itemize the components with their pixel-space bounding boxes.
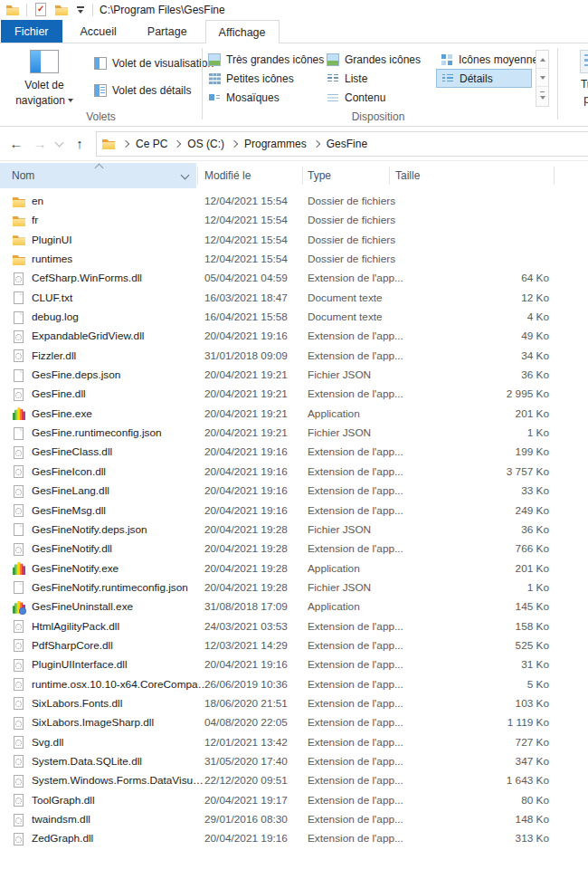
view-small-icons[interactable]: Petites icônes bbox=[204, 69, 299, 88]
column-divider[interactable] bbox=[389, 167, 390, 185]
file-row[interactable]: GesFine.runtimeconfig.json 20/04/2021 19… bbox=[0, 424, 588, 443]
column-divider[interactable] bbox=[302, 167, 303, 185]
file-row[interactable]: GesFineMsg.dll 20/04/2021 19:16 Extensio… bbox=[0, 502, 588, 521]
file-row[interactable]: ExpandableGridView.dll 20/04/2021 19:16 … bbox=[0, 327, 588, 346]
preview-pane-icon bbox=[94, 57, 107, 70]
file-row[interactable]: GesFine.dll 20/04/2021 19:21 Extension d… bbox=[0, 385, 588, 404]
file-row[interactable]: ZedGraph.dll 20/04/2021 19:16 Extension … bbox=[0, 829, 588, 848]
file-row[interactable]: PluginUI 12/04/2021 15:54 Dossier de fic… bbox=[0, 231, 588, 250]
file-row[interactable]: CLUF.txt 16/03/2021 18:47 Document texte… bbox=[0, 289, 588, 308]
customize-quick-access-icon[interactable] bbox=[75, 3, 86, 17]
file-size: 525 Ko bbox=[404, 636, 549, 655]
file-row[interactable]: GesFineNotify.exe 20/04/2021 19:28 Appli… bbox=[0, 559, 588, 578]
preview-pane-button[interactable]: Volet de visualisation bbox=[94, 54, 213, 72]
file-row[interactable]: Svg.dll 12/01/2021 13:42 Extension de l'… bbox=[0, 733, 588, 752]
file-row[interactable]: GesFineIcon.dll 20/04/2021 19:16 Extensi… bbox=[0, 463, 588, 482]
file-type: Extension de l'app... bbox=[308, 810, 403, 829]
view-tiles[interactable]: Mosaïques bbox=[204, 88, 284, 107]
file-row[interactable]: SixLabors.Fonts.dll 18/06/2020 21:51 Ext… bbox=[0, 694, 588, 713]
file-row[interactable]: debug.log 16/04/2021 15:58 Document text… bbox=[0, 308, 588, 327]
tab-accueil[interactable]: Accueil bbox=[68, 20, 129, 43]
file-name: GesFineUninstall.exe bbox=[32, 597, 209, 616]
back-button[interactable]: ← bbox=[4, 132, 29, 156]
tab-partage[interactable]: Partage bbox=[135, 20, 200, 43]
file-row[interactable]: Fizzler.dll 31/01/2018 09:09 Extension d… bbox=[0, 347, 588, 366]
new-folder-icon[interactable] bbox=[54, 3, 69, 17]
breadcrumb-chevron-icon[interactable] bbox=[312, 139, 319, 147]
file-row[interactable]: System.Windows.Forms.DataVisualizatio...… bbox=[0, 771, 588, 790]
breadcrumb-chevron-icon[interactable] bbox=[122, 139, 129, 147]
file-row[interactable]: PdfSharpCore.dll 12/03/2021 14:29 Extens… bbox=[0, 636, 588, 655]
folder-icon bbox=[12, 253, 26, 267]
tab-affichage[interactable]: Affichage bbox=[205, 20, 280, 43]
file-row[interactable]: GesFineNotify.dll 20/04/2021 19:28 Exten… bbox=[0, 540, 588, 559]
address-bar[interactable]: Ce PC OS (C:) Programmes GesFine bbox=[96, 131, 588, 157]
details-pane-button[interactable]: Volet des détails bbox=[94, 81, 191, 100]
column-header-nom[interactable]: Nom bbox=[0, 163, 196, 188]
gallery-scroll-up-button[interactable] bbox=[536, 51, 548, 69]
column-header-modifie-le[interactable]: Modifié le bbox=[204, 163, 251, 188]
file-size: 1 Ko bbox=[404, 424, 549, 443]
file-row[interactable]: GesFine.deps.json 20/04/2021 19:21 Fichi… bbox=[0, 366, 588, 385]
view-medium-icons[interactable]: Icônes moyennes bbox=[436, 50, 548, 69]
file-type: Extension de l'app... bbox=[308, 385, 403, 404]
file-row[interactable]: GesFineNotify.deps.json 20/04/2021 19:28… bbox=[0, 521, 588, 540]
view-large-icons[interactable]: Grandes icônes bbox=[322, 50, 425, 69]
app-icon bbox=[12, 561, 26, 576]
file-row[interactable]: GesFineNotify.runtimeconfig.json 20/04/2… bbox=[0, 578, 588, 597]
breadcrumb-chevron-icon[interactable] bbox=[174, 139, 181, 147]
file-row[interactable]: HtmlAgilityPack.dll 24/03/2021 03:53 Ext… bbox=[0, 617, 588, 636]
file-name: GesFineNotify.exe bbox=[32, 559, 209, 578]
file-row[interactable]: runtimes 12/04/2021 15:54 Dossier de fic… bbox=[0, 250, 588, 269]
column-divider[interactable] bbox=[197, 167, 198, 185]
column-header-type[interactable]: Type bbox=[308, 163, 331, 188]
view-list[interactable]: Liste bbox=[322, 69, 372, 88]
file-modified-date: 20/04/2021 19:16 bbox=[204, 482, 304, 501]
column-header-taille[interactable]: Taille bbox=[395, 163, 420, 188]
file-row[interactable]: GesFineLang.dll 20/04/2021 19:16 Extensi… bbox=[0, 482, 588, 501]
file-row[interactable]: ToolGraph.dll 20/04/2021 19:17 Extension… bbox=[0, 791, 588, 810]
breadcrumb-chevron-icon[interactable] bbox=[231, 139, 238, 147]
file-modified-date: 05/04/2021 04:59 bbox=[204, 269, 304, 288]
breadcrumb-os-c[interactable]: OS (C:) bbox=[187, 138, 224, 150]
view-content[interactable]: Contenu bbox=[322, 88, 390, 107]
file-name: GesFineNotify.deps.json bbox=[32, 521, 209, 540]
column-divider[interactable] bbox=[554, 167, 555, 185]
file-row[interactable]: PluginUIInterface.dll 20/04/2021 19:16 E… bbox=[0, 655, 588, 674]
app-icon bbox=[12, 406, 26, 421]
gallery-scroll-down-button[interactable] bbox=[536, 69, 548, 87]
file-modified-date: 04/08/2020 22:05 bbox=[204, 713, 304, 732]
file-type: Extension de l'app... bbox=[308, 829, 403, 848]
file-size: 2 995 Ko bbox=[404, 385, 549, 404]
recent-locations-button[interactable] bbox=[51, 132, 67, 156]
separator bbox=[26, 4, 27, 16]
file-modified-date: 20/04/2021 19:16 bbox=[204, 443, 304, 462]
file-row[interactable]: GesFineClass.dll 20/04/2021 19:16 Extens… bbox=[0, 443, 588, 462]
column-filter-chevron-icon[interactable] bbox=[181, 171, 190, 180]
file-type: Fichier JSON bbox=[308, 578, 403, 597]
view-extra-large-icons[interactable]: Très grandes icônes bbox=[204, 50, 328, 69]
file-name: Svg.dll bbox=[32, 733, 209, 752]
view-details[interactable]: Détails bbox=[436, 69, 532, 88]
properties-icon[interactable] bbox=[33, 3, 48, 17]
file-name: GesFineNotify.runtimeconfig.json bbox=[32, 578, 209, 597]
file-row[interactable]: twaindsm.dll 29/01/2016 08:30 Extension … bbox=[0, 810, 588, 829]
up-button[interactable]: ↑ bbox=[67, 132, 92, 156]
file-row[interactable]: CefSharp.WinForms.dll 05/04/2021 04:59 E… bbox=[0, 269, 588, 288]
file-row[interactable]: runtime.osx.10.10-x64.CoreCompat.Syste..… bbox=[0, 675, 588, 694]
file-row[interactable]: fr 12/04/2021 15:54 Dossier de fichiers bbox=[0, 211, 588, 230]
gallery-more-button[interactable] bbox=[536, 87, 548, 105]
forward-button[interactable]: → bbox=[29, 132, 51, 156]
file-row[interactable]: System.Data.SQLite.dll 31/05/2020 17:40 … bbox=[0, 752, 588, 771]
breadcrumb-gesfine[interactable]: GesFine bbox=[327, 138, 367, 150]
tab-fichier[interactable]: Fichier bbox=[1, 20, 62, 43]
sort-by-button[interactable]: Trier par bbox=[563, 48, 588, 120]
file-row[interactable]: SixLabors.ImageSharp.dll 04/08/2020 22:0… bbox=[0, 713, 588, 732]
dll-icon bbox=[12, 774, 26, 788]
file-row[interactable]: en 12/04/2021 15:54 Dossier de fichiers bbox=[0, 192, 588, 211]
file-row[interactable]: GesFine.exe 20/04/2021 19:21 Application… bbox=[0, 405, 588, 424]
breadcrumb-ce-pc[interactable]: Ce PC bbox=[136, 138, 167, 150]
ribbon: Volet de navigation Volet de visualisati… bbox=[0, 43, 588, 127]
breadcrumb-programmes[interactable]: Programmes bbox=[244, 138, 307, 150]
file-row[interactable]: GesFineUninstall.exe 31/08/2018 17:09 Ap… bbox=[0, 597, 588, 616]
